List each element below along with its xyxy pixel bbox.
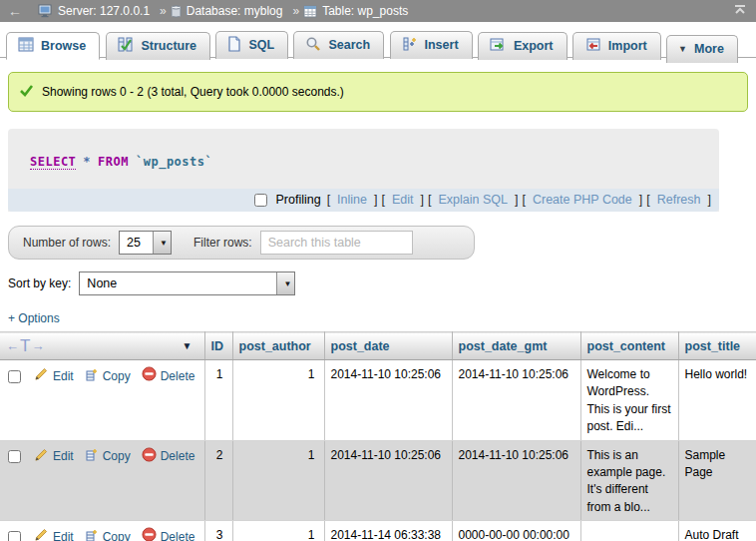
edit-row-link[interactable]: Edit (34, 366, 74, 386)
tab-search[interactable]: Search (293, 31, 384, 59)
insert-icon (402, 36, 418, 55)
edit-query-link[interactable]: Edit (392, 193, 414, 207)
pencil-icon (34, 527, 49, 541)
profiling-checkbox[interactable] (254, 194, 267, 207)
cell-post-content: Welcome to WordPress. This is your first… (580, 360, 678, 441)
export-icon (490, 37, 507, 55)
transpose-icon[interactable]: ← T → (6, 337, 44, 354)
copy-row-link[interactable]: Copy (85, 367, 131, 386)
inline-link[interactable]: Inline (337, 193, 367, 207)
bracket: ] (708, 193, 711, 207)
tab-export[interactable]: Export (478, 32, 567, 60)
tab-structure[interactable]: Structure (106, 32, 211, 60)
column-header-post-date-gmt[interactable]: post_date_gmt (452, 332, 580, 360)
cell-post-title: Auto Draft (678, 521, 756, 541)
bracket: [ (381, 193, 384, 207)
filter-rows-input[interactable] (260, 231, 413, 255)
edit-label: Edit (53, 448, 74, 465)
browse-icon (18, 37, 34, 55)
sql-keyword-select[interactable]: SELECT (30, 155, 76, 170)
back-arrow-icon[interactable]: ← (8, 3, 22, 19)
transpose-tee: T (20, 337, 30, 354)
delete-row-link[interactable]: Delete (142, 447, 195, 467)
copy-icon (85, 528, 99, 541)
copy-row-link[interactable]: Copy (85, 447, 131, 466)
tab-more[interactable]: ▼ More (666, 35, 738, 63)
breadcrumb-bar: ← Server: 127.0.0.1 » Database: myblog »… (0, 0, 756, 22)
row-checkbox[interactable] (8, 370, 21, 383)
bracket: ] (421, 193, 424, 207)
results-table: ← T → ▼ ID post_author post_date post_da… (0, 331, 756, 541)
actions-header: ← T → ▼ (0, 332, 204, 360)
column-header-post-author[interactable]: post_author (232, 332, 324, 360)
edit-label: Edit (53, 529, 74, 541)
success-message-text: Showing rows 0 - 2 (3 total, Query took … (42, 85, 344, 99)
copy-row-link[interactable]: Copy (85, 528, 131, 541)
tab-bar: Browse Structure SQL Search Insert Expor… (0, 22, 756, 58)
cell-post-author: 1 (232, 521, 324, 541)
breadcrumb-table[interactable]: Table: wp_posts (303, 4, 408, 18)
delete-row-link[interactable]: Delete (142, 366, 195, 386)
server-icon (38, 4, 53, 18)
tab-import-label: Import (608, 39, 647, 53)
search-icon (305, 36, 321, 55)
tab-insert[interactable]: Insert (390, 31, 473, 59)
column-header-post-date[interactable]: post_date (324, 332, 452, 360)
cell-post-date-gmt: 2014-11-10 10:25:06 (452, 360, 580, 441)
success-message: Showing rows 0 - 2 (3 total, Query took … (8, 72, 748, 112)
breadcrumb-server[interactable]: Server: 127.0.0.1 (38, 4, 150, 18)
delete-icon (142, 527, 157, 541)
bracket: [ (646, 193, 649, 207)
query-options-bar: Profiling [Inline] [Edit] [Explain SQL] … (8, 189, 719, 212)
breadcrumb-server-label: Server: 127.0.0.1 (58, 4, 150, 18)
column-header-id[interactable]: ID (204, 332, 232, 360)
column-header-post-title[interactable]: post_title (678, 332, 756, 360)
sql-query-text: SELECT*FROM`wp_posts` (8, 129, 719, 189)
column-header-post-content[interactable]: post_content (580, 332, 678, 360)
sql-query-box: SELECT*FROM`wp_posts` Profiling [Inline]… (8, 129, 719, 212)
sort-select-wrap: None (79, 271, 295, 295)
create-php-code-link[interactable]: Create PHP Code (533, 193, 632, 207)
sort-menu-icon[interactable]: ▼ (183, 340, 192, 351)
row-checkbox[interactable] (8, 531, 21, 541)
bracket: ] (374, 193, 377, 207)
pencil-icon (34, 447, 49, 467)
breadcrumb-separator: » (160, 4, 167, 18)
cell-post-date-gmt: 2014-11-10 10:25:06 (452, 440, 580, 521)
table-header-row: ← T → ▼ ID post_author post_date post_da… (0, 332, 756, 360)
edit-row-link[interactable]: Edit (34, 447, 74, 467)
collapse-panel-icon[interactable] (732, 4, 748, 19)
tab-browse[interactable]: Browse (6, 32, 100, 60)
filter-rows-label: Filter rows: (193, 236, 252, 250)
options-toggle-link[interactable]: + Options (8, 311, 60, 325)
cell-post-author: 1 (232, 360, 324, 441)
breadcrumb-database[interactable]: Database: myblog (171, 4, 283, 18)
table-row: Edit Copy Delete 2 1 2014-11-10 10:25:06… (0, 440, 756, 521)
tab-import[interactable]: Import (572, 32, 661, 60)
tab-search-label: Search (328, 38, 370, 52)
tab-sql[interactable]: SQL (215, 31, 288, 59)
breadcrumb-separator: » (292, 4, 299, 18)
number-of-rows-label: Number of rows: (23, 236, 111, 250)
sql-keyword-from: FROM (98, 155, 129, 169)
tab-browse-label: Browse (41, 39, 86, 53)
sql-icon (227, 36, 241, 55)
delete-icon (142, 447, 157, 467)
refresh-link[interactable]: Refresh (657, 193, 701, 207)
copy-icon (85, 447, 99, 466)
explain-sql-link[interactable]: Explain SQL (438, 193, 507, 207)
cell-id: 2 (204, 440, 232, 521)
tab-export-label: Export (514, 39, 554, 53)
cell-post-date: 2014-11-14 06:33:38 (324, 521, 452, 541)
number-of-rows-select[interactable]: 25 (119, 231, 172, 255)
database-icon (171, 5, 182, 18)
copy-label: Copy (103, 448, 131, 465)
cell-post-date: 2014-11-10 10:25:06 (324, 440, 452, 521)
sql-table-name: `wp_posts` (136, 155, 212, 169)
tab-sql-label: SQL (248, 38, 274, 52)
sort-by-key-select[interactable]: None (79, 271, 295, 295)
row-checkbox[interactable] (8, 450, 21, 463)
delete-row-link[interactable]: Delete (142, 527, 195, 541)
copy-icon (85, 367, 99, 386)
edit-row-link[interactable]: Edit (34, 527, 74, 541)
